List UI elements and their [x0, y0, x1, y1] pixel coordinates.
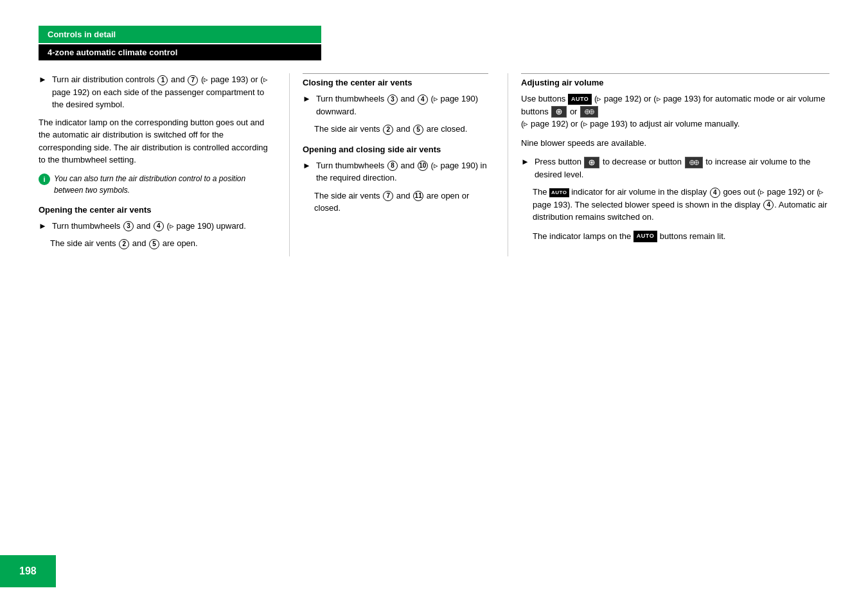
content-area: ► Turn air distribution controls 1 and 7… [39, 73, 829, 256]
section-side-vents-heading: Opening and closing side air vents [303, 145, 488, 154]
page-number: 198 [0, 555, 56, 587]
col-left: ► Turn air distribution controls 1 and 7… [39, 73, 289, 256]
info-box: i You can also turn the air distribution… [39, 173, 270, 196]
para-1: The indicator lamp on the corresponding … [39, 116, 270, 166]
num-circle-5a: 5 [149, 239, 159, 249]
fan-decrease-icon-1 [551, 106, 567, 118]
num-circle-4a: 4 [154, 221, 164, 231]
num-circle-10: 10 [418, 161, 428, 171]
closing-center-para: The side air vents 2 and 5 are closed. [314, 123, 488, 136]
auto-badge-1: AUTO [568, 94, 592, 105]
header-bar: Controls in detail [39, 26, 321, 43]
bullet-arrow-1: ► [39, 73, 47, 86]
col-right: Adjusting air volume Use buttons AUTO (▹… [508, 73, 829, 256]
auto-indicator-para: The AUTO indicator for air volume in the… [533, 186, 829, 224]
fan-increase-icon-1 [580, 106, 598, 118]
bullet-item-1: ► Turn air distribution controls 1 and 7… [39, 73, 270, 111]
auto-badge-final: AUTO [633, 231, 657, 242]
bullet-item-closing-center: ► Turn thumbwheels 3 and 4 (▹ page 190) … [303, 93, 488, 118]
subheader-bar: 4-zone automatic climate control [39, 44, 321, 60]
num-circle-4d: 4 [763, 200, 774, 210]
num-circle-2b: 2 [383, 125, 393, 135]
auto-badge-inline: AUTO [549, 188, 569, 197]
section-air-volume-heading: Adjusting air volume [521, 73, 829, 87]
opening-center-para: The side air vents 2 and 5 are open. [50, 237, 270, 250]
num-circle-7b: 7 [383, 191, 393, 201]
side-vents-para: The side air vents 7 and 11 are open or … [314, 190, 488, 215]
info-icon: i [39, 173, 50, 185]
bullet-text-3: Turn thumbwheels 3 and 4 (▹ page 190) do… [316, 93, 488, 118]
air-volume-para2: Nine blower speeds are available. [521, 137, 829, 150]
num-circle-3b: 3 [387, 94, 398, 105]
bullet-item-side-vents: ► Turn thumbwheels 8 and 10 (▹ page 190)… [303, 159, 488, 184]
air-volume-para1: Use buttons AUTO (▹ page 192) or (▹ page… [521, 93, 829, 130]
bullet-text-5: Press button to decrease or button [535, 155, 829, 181]
num-circle-11: 11 [413, 191, 423, 201]
bullet-arrow-5: ► [521, 155, 529, 168]
page-container: Controls in detail 4-zone automatic clim… [0, 0, 868, 613]
col-middle: Closing the center air vents ► Turn thum… [289, 73, 508, 256]
fan-decrease-icon-2 [584, 157, 599, 168]
bullet-arrow-2: ► [39, 220, 47, 233]
page-footer: 198 [0, 555, 56, 587]
bullet-item-opening-center: ► Turn thumbwheels 3 and 4 (▹ page 190) … [39, 220, 270, 233]
num-circle-4b: 4 [418, 94, 428, 105]
bullet-arrow-3: ► [303, 93, 311, 105]
info-text: You can also turn the air distribution c… [54, 173, 270, 196]
header-title: Controls in detail [48, 30, 116, 39]
final-para: The indicator lamps on the AUTO buttons … [533, 230, 829, 243]
section-closing-center-heading: Closing the center air vents [303, 73, 488, 87]
section-opening-center-heading: Opening the center air vents [39, 205, 270, 215]
bullet-text-1: Turn air distribution controls 1 and 7 (… [52, 73, 270, 111]
num-circle-1: 1 [157, 75, 168, 85]
bullet-arrow-4: ► [303, 159, 311, 172]
num-circle-3a: 3 [123, 221, 134, 231]
bullet-text-4: Turn thumbwheels 8 and 10 (▹ page 190) i… [316, 159, 488, 184]
bullet-text-2: Turn thumbwheels 3 and 4 (▹ page 190) up… [52, 220, 246, 233]
num-circle-4c: 4 [710, 188, 720, 198]
num-circle-2a: 2 [119, 239, 129, 249]
header-subtitle: 4-zone automatic climate control [48, 48, 177, 57]
num-circle-8: 8 [387, 161, 398, 171]
num-circle-5b: 5 [413, 125, 423, 135]
bullet-item-press-button: ► Press button to decrease or but [521, 155, 829, 181]
num-circle-7a: 7 [188, 75, 198, 85]
header-section: Controls in detail 4-zone automatic clim… [39, 26, 829, 60]
fan-increase-icon-2 [685, 157, 703, 168]
